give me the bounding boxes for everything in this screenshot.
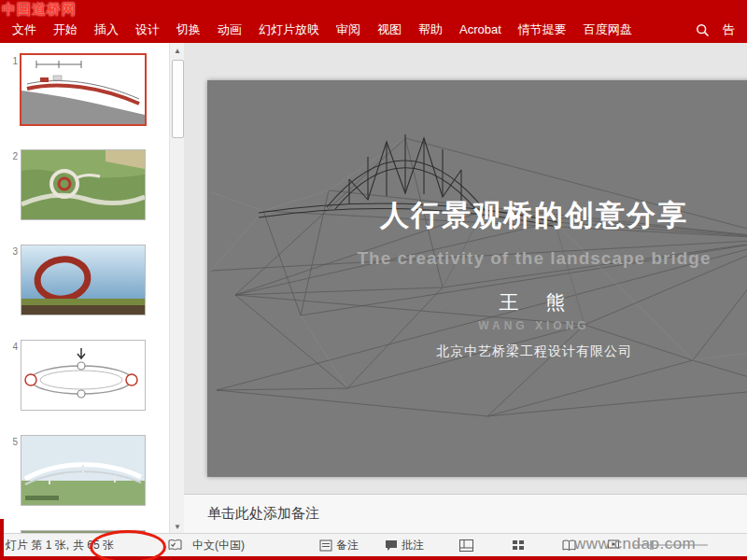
tab-home[interactable]: 开始 (45, 17, 86, 43)
slide-editor-area: 人行景观桥的创意分享 The creativity of the landsca… (184, 43, 747, 534)
slide-sorter-icon[interactable] (512, 534, 525, 556)
window-left-edge (0, 519, 4, 560)
proofing-book-icon[interactable] (168, 534, 182, 556)
aerial-green-landscape-icon (21, 150, 145, 219)
slide-number-label: 3 (7, 246, 18, 257)
comment-bubble-icon (385, 539, 398, 552)
tab-file[interactable]: 文件 (4, 17, 45, 43)
slide-thumbnail-3[interactable] (21, 245, 146, 315)
tab-insert[interactable]: 插入 (86, 17, 127, 43)
powerpoint-window: 中国道桥网 文件 开始 插入 设计 切换 动画 幻灯片放映 审阅 视图 帮助 A… (0, 0, 747, 560)
ribbon-tab-bar: 文件 开始 插入 设计 切换 动画 幻灯片放映 审阅 视图 帮助 Acrobat… (0, 17, 747, 43)
slide-number-label: 5 (7, 437, 18, 447)
tab-view[interactable]: 视图 (369, 17, 410, 43)
slide-counter[interactable]: 灯片 第 1 张, 共 65 张 (6, 534, 114, 556)
language-indicator[interactable]: 中文(中国) (192, 534, 245, 556)
notes-toggle-label: 备注 (336, 538, 359, 553)
slide-author-latin[interactable]: WANG XIONG (207, 319, 747, 332)
slide-thumbnail-5[interactable] (21, 435, 146, 506)
slide-canvas[interactable]: 人行景观桥的创意分享 The creativity of the landsca… (207, 80, 747, 477)
slide-number-label: 1 (7, 56, 18, 66)
notes-placeholder[interactable]: 单击此处添加备注 (207, 505, 319, 523)
tab-slideshow[interactable]: 幻灯片放映 (250, 17, 328, 43)
slide-number-label: 4 (7, 342, 18, 352)
search-icon[interactable] (690, 23, 714, 37)
tab-acrobat[interactable]: Acrobat (451, 17, 510, 43)
white-bridge-render-icon (21, 436, 145, 505)
bridge-technical-drawing-icon (21, 55, 145, 124)
tab-baidu-netdisk[interactable]: 百度网盘 (575, 17, 641, 43)
slide-thumbnail-panel: 1 2 3 (0, 43, 169, 534)
slide-thumbnail-2[interactable] (21, 149, 146, 220)
notes-pane[interactable]: 单击此处添加备注 (184, 494, 747, 534)
scrollbar-thumb[interactable] (172, 60, 184, 138)
tab-transitions[interactable]: 切换 (168, 17, 209, 43)
notes-toggle[interactable]: 备注 (319, 534, 359, 556)
slide-company[interactable]: 北京中艺桥梁工程设计有限公司 (207, 343, 747, 360)
red-ring-sculpture-icon (21, 245, 145, 315)
title-bar[interactable] (0, 0, 747, 17)
tab-help[interactable]: 帮助 (410, 17, 451, 43)
comments-toggle-label: 批注 (402, 538, 424, 553)
ellipse-plan-diagram-icon (21, 341, 145, 410)
slide-total-label: 共 65 张 (73, 538, 114, 553)
slide-author[interactable]: 王 熊 (207, 289, 747, 315)
tab-animations[interactable]: 动画 (209, 17, 250, 43)
tab-storyboard[interactable]: 情节提要 (510, 17, 575, 43)
thumbnail-scrollbar[interactable]: ▲ ▼ (169, 43, 185, 534)
window-bottom-edge (0, 556, 747, 560)
scroll-down-icon[interactable]: ▼ (170, 519, 185, 534)
comments-toggle[interactable]: 批注 (385, 534, 424, 556)
slide-title[interactable]: 人行景观桥的创意分享 (207, 196, 747, 235)
tab-design[interactable]: 设计 (127, 17, 168, 43)
slide-number-label: 2 (7, 151, 18, 161)
watermark-top-left: 中国道桥网 (2, 1, 77, 19)
status-bar: 灯片 第 1 张, 共 65 张 中文(中国) 备注 批注 (0, 533, 747, 556)
watermark-bottom-right: www.cndao.com (574, 535, 696, 553)
slide-thumbnail-4[interactable] (21, 340, 146, 411)
slide-thumbnail-1[interactable] (20, 53, 147, 126)
wireframe-bridge-graphic (207, 80, 747, 477)
slide-counter-label: 灯片 第 1 张, (6, 538, 69, 553)
tab-review[interactable]: 审阅 (328, 17, 369, 43)
scroll-up-icon[interactable]: ▲ (170, 43, 185, 58)
slide-subtitle[interactable]: The creativity of the landscape bridge (207, 248, 747, 269)
tell-me-label[interactable]: 告 (714, 17, 743, 43)
notes-icon (319, 539, 332, 552)
normal-view-icon[interactable] (459, 534, 473, 556)
